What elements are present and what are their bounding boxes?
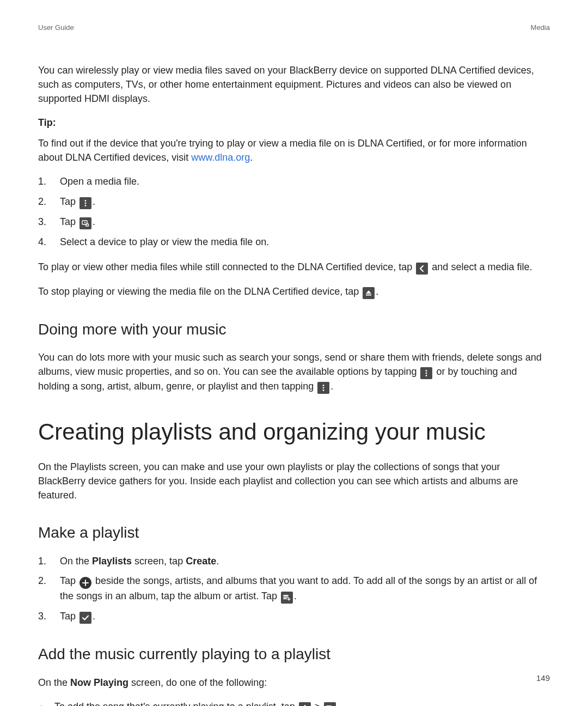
creating-playlists-paragraph: On the Playlists screen, you can make an… [38,460,550,502]
page-header: User Guide Media [38,23,550,33]
more-options-icon [299,702,311,706]
doing-more-heading: Doing more with your music [38,319,550,341]
add-current-paragraph: On the Now Playing screen, do one of the… [38,675,550,690]
mp2-after: . [294,591,297,601]
back-icon [416,263,428,275]
ac-li-after: . [337,701,340,706]
dlna-steps-list: Open a media file. Tap . Tap . Select a … [38,174,550,248]
step-2-after: . [93,196,95,207]
add-current-item: To add the song that's currently playing… [38,699,550,706]
mp-step-2: Tap beside the songs, artists, and album… [38,574,550,604]
doing-more-after: . [330,381,333,392]
creating-playlists-heading: Creating playlists and organizing your m… [38,416,550,449]
now-playing-bold: Now Playing [70,677,128,688]
play-other-before: To play or view other media files while … [38,261,415,272]
more-options-icon [79,197,91,209]
tip-text-before: To find out if the device that you're tr… [38,138,527,163]
intro-paragraph: You can wirelessly play or view media fi… [38,63,550,106]
tip-text-after: . [250,152,253,163]
add-to-playlist-icon [281,592,293,604]
step-2-before: Tap [60,196,78,207]
mp-step-1: On the Playlists screen, tap Create. [38,554,550,568]
play-other-paragraph: To play or view other media files while … [38,260,550,275]
step-4-text: Select a device to play or view the medi… [60,236,269,247]
doing-more-paragraph: You can do lots more with your music suc… [38,350,550,394]
page-number: 149 [536,672,550,684]
add-icon [79,577,91,589]
ac-a: On the [38,677,70,688]
step-3-before: Tap [60,216,78,227]
mp2-before: Tap [60,575,78,586]
dlna-link[interactable]: www.dlna.org [191,152,250,163]
mp1-a: On the [60,556,92,567]
tip-paragraph: To find out if the device that you're tr… [38,136,550,165]
header-right: Media [531,23,550,33]
add-current-heading: Add the music currently playing to a pla… [38,643,550,666]
make-playlist-heading: Make a playlist [38,522,550,544]
make-playlist-steps: On the Playlists screen, tap Create. Tap… [38,554,550,624]
mp3-after: . [93,611,95,622]
header-left: User Guide [38,23,74,33]
step-3-after: . [93,216,95,227]
step-1: Open a media file. [38,174,550,188]
eject-icon [363,287,375,299]
play-on-icon [79,217,91,229]
stop-playing-before: To stop playing or viewing the media fil… [38,286,362,297]
step-2: Tap . [38,194,550,209]
more-options-icon [420,367,432,379]
play-other-after: and select a media file. [429,261,532,272]
mp1-e: . [216,556,219,567]
checkmark-icon [79,612,91,624]
add-current-list: To add the song that's currently playing… [38,699,550,706]
more-options-icon [317,382,329,394]
step-1-text: Open a media file. [60,176,139,187]
step-4: Select a device to play or view the medi… [38,235,550,249]
mp3-before: Tap [60,611,78,622]
stop-playing-after: . [376,286,378,297]
mp-step-3: Tap . [38,609,550,624]
add-to-playlist-icon [324,702,336,706]
mp1-playlists-bold: Playlists [92,556,132,567]
ac-li-before: To add the song that's currently playing… [54,701,298,706]
step-3: Tap . [38,215,550,229]
mp1-c: screen, tap [132,556,186,567]
stop-playing-paragraph: To stop playing or viewing the media fil… [38,284,550,299]
tip-label: Tip: [38,115,550,130]
ac-li-mid: > [312,701,323,706]
ac-c: screen, do one of the following: [128,677,267,688]
mp1-create-bold: Create [186,556,216,567]
mp2-mid: beside the songs, artists, and albums th… [60,575,537,601]
